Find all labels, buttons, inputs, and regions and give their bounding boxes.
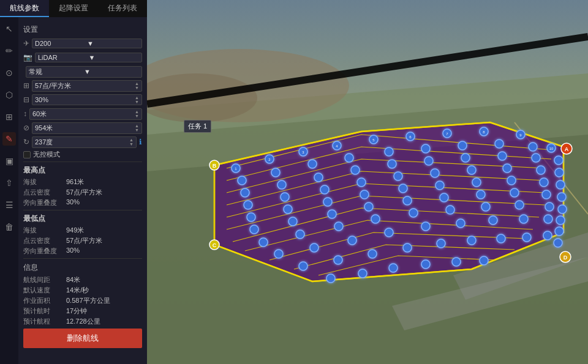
layers-icon[interactable]: ⊞ xyxy=(2,110,16,124)
svg-point-82 xyxy=(274,250,283,258)
svg-point-75 xyxy=(371,215,380,223)
svg-marker-9 xyxy=(392,257,588,330)
svg-point-49 xyxy=(503,164,511,173)
svg-point-81 xyxy=(556,216,565,225)
sensor-row: 📷 LiDAR ▼ xyxy=(23,51,142,64)
svg-point-76 xyxy=(409,209,418,217)
svg-point-22 xyxy=(238,176,246,185)
tab-route-params[interactable]: 航线参数 xyxy=(0,0,49,17)
highest-altitude-row: 海拔 961米 xyxy=(23,177,142,187)
altitude-icon: ↕ xyxy=(23,110,27,118)
highest-section-label: 最高点 xyxy=(23,165,142,176)
svg-point-103 xyxy=(358,269,367,278)
svg-point-57 xyxy=(435,181,444,190)
svg-line-7 xyxy=(147,37,588,104)
tab-takeoff-settings[interactable]: 起降设置 xyxy=(49,0,98,17)
overlap-row: ⊟ 30% ▲▼ xyxy=(23,94,142,106)
svg-point-58 xyxy=(472,178,481,187)
angle-row: ↻ 237度 ▲▼ ℹ xyxy=(23,136,142,148)
lowest-overlap-row: 旁向重叠度 30% xyxy=(23,247,142,256)
svg-point-16 xyxy=(369,135,378,144)
svg-point-38 xyxy=(461,154,470,162)
pen-icon[interactable]: ✏ xyxy=(2,44,16,58)
svg-point-52 xyxy=(247,213,255,221)
svg-text:5: 5 xyxy=(372,138,375,142)
distance-row: 预计航程 12.728公里 xyxy=(23,317,142,326)
angle-icon: ↻ xyxy=(23,138,29,146)
svg-point-77 xyxy=(446,206,454,214)
route-gap-row: 航线间距 84米 xyxy=(23,275,142,284)
lowest-density-row: 点云密度 57点/平方米 xyxy=(23,236,142,245)
svg-point-93 xyxy=(334,256,342,264)
svg-point-60 xyxy=(540,178,548,187)
svg-text:8: 8 xyxy=(483,130,485,134)
svg-point-73 xyxy=(296,230,304,239)
overlap-input[interactable]: 30% ▲▼ xyxy=(32,94,142,105)
svg-point-24 xyxy=(308,160,317,168)
zoom-icon[interactable]: ⊙ xyxy=(2,66,16,80)
svg-point-100 xyxy=(543,231,552,240)
density-input[interactable]: 57点/平方米 ▲▼ xyxy=(32,80,142,92)
svg-text:A: A xyxy=(565,146,569,152)
svg-point-66 xyxy=(403,196,412,205)
svg-point-92 xyxy=(299,262,307,270)
svg-point-88 xyxy=(489,216,497,225)
sensor-select[interactable]: LiDAR ▼ xyxy=(35,53,142,62)
altitude-input[interactable]: 60米 ▲▼ xyxy=(29,108,142,120)
svg-point-46 xyxy=(394,172,402,180)
svg-point-54 xyxy=(323,198,332,206)
delete-route-button[interactable]: 删除航线 xyxy=(23,329,142,348)
drone-select[interactable]: D200 ▼ xyxy=(32,39,142,48)
svg-point-61 xyxy=(557,193,566,201)
svg-point-115 xyxy=(560,251,571,262)
svg-point-53 xyxy=(284,205,292,214)
angle-input[interactable]: 237度 ▲▼ xyxy=(32,136,137,148)
svg-point-86 xyxy=(421,222,430,231)
svg-marker-2 xyxy=(147,98,588,364)
svg-point-89 xyxy=(519,215,528,223)
svg-text:9: 9 xyxy=(519,133,522,137)
svg-marker-3 xyxy=(147,135,588,364)
edit-active-icon[interactable]: ✎ xyxy=(2,132,16,146)
highest-density-row: 点云密度 57点/平方米 xyxy=(23,188,142,197)
svg-point-56 xyxy=(399,184,407,193)
ground-alt-input[interactable]: 954米 ▲▼ xyxy=(32,122,142,134)
svg-point-80 xyxy=(545,202,554,211)
svg-point-71 xyxy=(558,205,567,214)
svg-point-26 xyxy=(385,147,393,156)
svg-point-78 xyxy=(481,202,490,211)
svg-point-97 xyxy=(467,236,476,245)
svg-point-67 xyxy=(440,193,448,202)
density-row: ⊞ 57点/平方米 ▲▼ xyxy=(23,80,142,92)
upload-icon[interactable]: ⇧ xyxy=(2,176,16,190)
svg-point-113 xyxy=(561,143,572,154)
svg-point-40 xyxy=(532,154,540,162)
cursor-icon[interactable]: ↖ xyxy=(2,22,16,35)
map-view[interactable]: B C A D 1 2 3 4 5 6 7 8 9 10 任务 1 xyxy=(147,0,588,364)
svg-point-36 xyxy=(388,160,396,168)
svg-text:6: 6 xyxy=(409,135,412,139)
svg-point-23 xyxy=(271,168,280,177)
svg-point-29 xyxy=(495,139,503,148)
svg-point-59 xyxy=(507,176,516,185)
svg-text:7: 7 xyxy=(446,132,448,136)
list-icon[interactable]: ☰ xyxy=(2,198,16,212)
mode-dropdown-arrow: ▼ xyxy=(84,68,139,75)
svg-point-50 xyxy=(537,166,545,174)
svg-marker-11 xyxy=(214,122,564,281)
svg-point-45 xyxy=(357,178,366,187)
svg-point-94 xyxy=(368,250,377,258)
settings-label: 设置 xyxy=(23,24,142,35)
no-control-checkbox[interactable] xyxy=(23,151,31,158)
trash-icon[interactable]: 🗑 xyxy=(2,220,16,234)
display-icon[interactable]: ▣ xyxy=(2,154,16,168)
svg-point-96 xyxy=(437,239,445,248)
tab-task-list[interactable]: 任务列表 xyxy=(98,0,147,17)
drone-row: ✈ D200 ▼ xyxy=(23,37,142,50)
mode-select[interactable]: 常规 ▼ xyxy=(26,66,142,78)
polygon-icon[interactable]: ⬡ xyxy=(2,88,16,102)
svg-point-5 xyxy=(147,73,257,122)
svg-point-47 xyxy=(431,169,439,177)
svg-point-35 xyxy=(351,166,360,174)
svg-point-12 xyxy=(232,164,240,173)
